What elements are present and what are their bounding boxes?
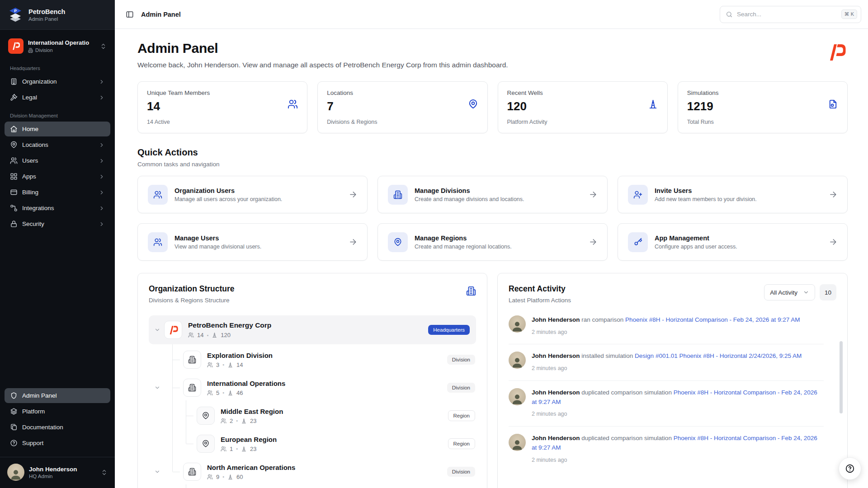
- action-card-manage-regions[interactable]: Manage RegionsCreate and manage regional…: [377, 223, 608, 261]
- activity-time: 2 minutes ago: [532, 364, 802, 373]
- tree-children: Exploration Division3•14DivisionInternat…: [149, 347, 476, 488]
- division-icon-tile: [183, 463, 201, 481]
- avatar: [509, 388, 526, 405]
- sidebar-item-users[interactable]: Users: [5, 153, 110, 168]
- topbar-title: Admin Panel: [141, 11, 181, 18]
- stat-label: Locations: [327, 89, 478, 96]
- action-description: Manage all users across your organizatio…: [175, 196, 282, 202]
- search-box[interactable]: ⌘ K: [720, 6, 861, 23]
- building2-icon: [188, 356, 196, 364]
- meta-separator: •: [222, 474, 224, 479]
- activity-item: John Henderson installed simulation Desi…: [509, 344, 824, 380]
- meta-separator: •: [236, 446, 238, 451]
- activity-action: ran comparison: [581, 316, 623, 323]
- sidebar-item-support[interactable]: Support: [5, 436, 110, 450]
- activity-link[interactable]: Phoenix #8H - Horizontal Comparison - Fe…: [625, 316, 800, 323]
- tree-node-middle-east-region[interactable]: Middle East Region2•23Region: [149, 403, 476, 428]
- users-icon: [188, 332, 194, 338]
- action-card-organization-users[interactable]: Organization UsersManage all users acros…: [137, 176, 368, 213]
- action-card-manage-users[interactable]: Manage UsersView and manage divisional u…: [137, 223, 368, 261]
- sidebar-item-label: Billing: [22, 189, 38, 196]
- tree-node-wells: 23: [250, 446, 256, 452]
- tree-node-users: 5: [216, 389, 219, 396]
- chevron-down-icon[interactable]: [154, 327, 160, 333]
- stat-value: 14: [147, 99, 298, 113]
- action-icon-tile: [628, 185, 648, 205]
- search-input[interactable]: [737, 11, 837, 18]
- sidebar-item-documentation[interactable]: Documentation: [5, 420, 110, 435]
- derrick-icon: [648, 99, 658, 109]
- sidebar-item-label: Home: [22, 126, 38, 132]
- sidebar-item-locations[interactable]: Locations: [5, 137, 110, 152]
- tree-node-european-region[interactable]: European Region1•23Region: [149, 431, 476, 456]
- chevron-right-icon: [99, 142, 105, 148]
- tree-node-international-operations[interactable]: International Operations5•46Division: [149, 375, 476, 400]
- action-card-invite-users[interactable]: Invite UsersAdd new team members to your…: [618, 176, 848, 213]
- stat-card-recent-wells: Recent Wells120Platform Activity: [498, 81, 668, 133]
- activity-scrollbar[interactable]: [840, 341, 843, 413]
- activity-action: duplicated comparison simulation: [581, 389, 672, 396]
- sidebar-item-label: Legal: [22, 94, 37, 101]
- sidebar-item-label: Admin Panel: [22, 392, 57, 399]
- sidebar-item-apps[interactable]: Apps: [5, 169, 110, 184]
- brand-subtitle: Admin Panel: [28, 16, 65, 22]
- tree-children: Middle East Region2•23RegionEuropean Reg…: [149, 403, 476, 456]
- sidebar-item-admin-panel[interactable]: Admin Panel: [5, 388, 110, 403]
- action-card-manage-divisions[interactable]: Manage DivisionsCreate and manage divisi…: [377, 176, 608, 213]
- search-icon: [726, 11, 733, 18]
- sidebar-toggle-icon[interactable]: [126, 10, 134, 19]
- home-icon: [10, 125, 18, 133]
- meta-separator: •: [207, 333, 208, 338]
- pin-icon: [10, 141, 18, 149]
- activity-filter-select[interactable]: All Activity: [764, 284, 815, 300]
- sidebar-nav: HeadquartersOrganizationLegalDivision Ma…: [0, 57, 115, 232]
- activity-list: John Henderson ran comparison Phoenix #8…: [509, 313, 836, 472]
- org-structure-title: Organization Structure: [149, 284, 235, 294]
- sidebar-item-label: Documentation: [22, 424, 63, 431]
- activity-link[interactable]: Design #001.01 Phoenix #8H - Horizontal …: [635, 352, 802, 359]
- division-switcher[interactable]: International Operatio Division: [5, 36, 110, 56]
- sidebar-item-billing[interactable]: Billing: [5, 185, 110, 200]
- tree-node-wells: 46: [236, 389, 243, 396]
- activity-item: John Henderson ran comparison Phoenix #8…: [509, 313, 824, 344]
- chevron-right-icon: [99, 205, 105, 211]
- building2-icon: [393, 190, 402, 199]
- stat-sub: Divisions & Regions: [327, 119, 478, 125]
- sidebar-item-integrations[interactable]: Integrations: [5, 201, 110, 216]
- stat-sub: 14 Active: [147, 119, 298, 125]
- avatar: [509, 315, 526, 333]
- stat-sub: Total Runs: [687, 119, 838, 125]
- activity-item: John Henderson duplicated comparison sim…: [509, 381, 824, 427]
- arrow-right-icon: [349, 238, 357, 246]
- tree-node-badge: Division: [447, 383, 475, 393]
- sidebar-item-security[interactable]: Security: [5, 216, 110, 231]
- sidebar-item-platform[interactable]: Platform: [5, 404, 110, 419]
- tree-node-exploration-division[interactable]: Exploration Division3•14Division: [149, 347, 476, 372]
- activity-time: 2 minutes ago: [532, 456, 824, 465]
- recent-activity-title: Recent Activity: [509, 284, 571, 294]
- tree-node-wells: 120: [221, 332, 231, 338]
- tree-node-petrobench-energy-corp[interactable]: PetroBench Energy Corp14•120Headquarters: [149, 315, 476, 344]
- stat-card-locations: Locations7Divisions & Regions: [317, 81, 487, 133]
- action-title: App Management: [655, 235, 737, 242]
- chevron-down-icon[interactable]: [154, 385, 160, 391]
- action-card-app-management[interactable]: App ManagementConfigure apps and user ac…: [618, 223, 848, 261]
- stat-value: 7: [327, 99, 478, 113]
- help-button[interactable]: [839, 457, 861, 480]
- sidebar-item-legal[interactable]: Legal: [5, 90, 110, 105]
- workflow-icon: [10, 204, 18, 212]
- sidebar-item-organization[interactable]: Organization: [5, 74, 110, 89]
- tree-node-name: Middle East Region: [221, 408, 283, 415]
- tree-node-users: 14: [197, 332, 203, 338]
- chevron-down-icon[interactable]: [154, 469, 160, 475]
- users-icon: [288, 99, 298, 109]
- tree-node-wells: 23: [250, 418, 256, 424]
- tree-node-north-american-operations[interactable]: North American Operations9•60Division: [149, 459, 476, 484]
- user-role: HQ Admin: [29, 474, 77, 479]
- sidebar: PetroBench Admin Panel International Ope…: [0, 0, 115, 488]
- recent-activity-subtitle: Latest Platform Actions: [509, 297, 571, 304]
- users-icon: [153, 238, 162, 247]
- user-menu[interactable]: John Henderson HQ Admin: [0, 457, 115, 488]
- sidebar-item-home[interactable]: Home: [5, 122, 110, 136]
- tree-node-name: European Region: [221, 436, 277, 443]
